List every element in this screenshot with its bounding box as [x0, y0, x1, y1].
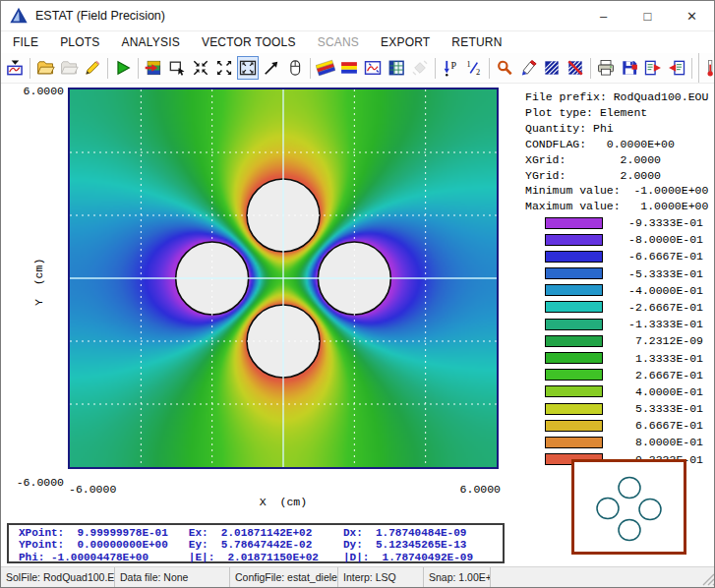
legend-row: 4.0000E-01 [545, 385, 703, 398]
thermometer-icon[interactable] [700, 56, 714, 80]
pan-view-icon[interactable] [261, 56, 282, 80]
export-next-icon[interactable] [642, 56, 664, 80]
svg-text:1: 1 [467, 60, 471, 69]
legend-swatch [545, 352, 603, 364]
legend-label: -1.3333E-01 [609, 318, 703, 330]
info-line: Minimum value: -1.0000E+00 [525, 183, 708, 199]
zoom-in-icon[interactable] [190, 56, 211, 80]
toolbar-separator [435, 58, 436, 79]
toolbar-separator [489, 58, 490, 79]
info-line: File prefix: RodQuad100.EOU [525, 89, 708, 105]
info-line: CONDFLAG: 0.0000E+00 [525, 137, 708, 152]
field-plot-frame [68, 88, 499, 469]
legend-label: 4.0000E-01 [609, 385, 703, 398]
status-segment: Data file: None [115, 567, 230, 587]
geometry-inset [571, 459, 686, 555]
status-bar: SolFile: RodQuad100.EOUData file: NoneCo… [1, 566, 715, 587]
legend-row: 1.3333E-01 [545, 352, 703, 365]
readout-row: XPoint: 9.99999978E-01Ex: 2.01871142E+02… [19, 527, 503, 539]
status-filler [491, 567, 715, 587]
y-axis-label: Y (cm) [32, 259, 45, 306]
svg-text:P: P [450, 60, 456, 71]
legend-swatch [545, 403, 603, 415]
plot-type-icon[interactable] [143, 56, 164, 80]
readout-row: YPoint: 0.00000000E+00Ey: 5.78647442E-02… [19, 539, 503, 551]
app-logo-icon [10, 7, 28, 25]
legend-row: -2.6667E-01 [545, 301, 703, 314]
toolbar-overflow [698, 53, 714, 83]
menu-scans: SCANS [307, 31, 370, 53]
legend-label: -5.3333E-01 [609, 267, 703, 280]
readout-value: YPoint: 0.00000000E+00 [19, 539, 189, 551]
legend-swatch [545, 319, 603, 330]
edit-script-icon[interactable] [82, 56, 103, 80]
legend-swatch [545, 369, 603, 381]
legend-swatch [545, 301, 603, 313]
legend-swatch [545, 385, 603, 397]
legend-label: 1.3333E-01 [609, 352, 703, 365]
run-analysis-icon[interactable] [112, 56, 134, 80]
legend-row: 2.6667E-01 [545, 369, 703, 382]
legend-swatch [545, 251, 603, 263]
menu-file[interactable]: FILE [2, 31, 49, 53]
print-plot-icon[interactable] [595, 56, 617, 80]
menu-vector-tools[interactable]: VECTOR TOOLS [191, 31, 307, 53]
svg-text:2: 2 [476, 68, 480, 77]
menu-export[interactable]: EXPORT [370, 31, 441, 53]
legend-row: 6.6667E-01 [545, 419, 703, 432]
menu-return[interactable]: RETURN [441, 31, 512, 53]
plot-window-icon[interactable] [4, 56, 26, 80]
menu-analysis[interactable]: ANALYSIS [111, 31, 191, 53]
field-canvas[interactable] [70, 89, 497, 467]
rod-outline-right [639, 500, 661, 520]
scan-line-icon[interactable] [494, 56, 515, 80]
export-prev-icon[interactable] [666, 56, 687, 80]
toolbar-separator [590, 58, 591, 79]
readout-row: Phi: -1.00004478E+00|E|: 2.01871150E+02|… [19, 552, 503, 563]
save-plot-icon[interactable] [619, 56, 640, 80]
region-unfill-icon[interactable] [565, 56, 586, 80]
number-format-icon[interactable]: 12 [463, 56, 485, 80]
legend-swatch [545, 420, 603, 432]
status-segment: Snap: 1.00E+00 [424, 567, 491, 587]
legend-row: 7.2312E-09 [545, 334, 703, 347]
y-axis-min-tick: -6.0000 [9, 476, 64, 489]
contour-style-flag-icon[interactable] [338, 56, 360, 80]
draw-annotation-icon[interactable] [517, 56, 539, 80]
minimize-button[interactable]: – [581, 1, 626, 30]
legend-row: -8.0000E-01 [545, 233, 703, 246]
mouse-snap-icon[interactable] [284, 56, 306, 80]
legend-row: 5.3333E-01 [545, 402, 703, 415]
window-title: ESTAT (Field Precision) [35, 9, 165, 23]
close-button[interactable]: ✕ [670, 1, 714, 30]
readout-value: Dx: 1.78740484E-09 [343, 527, 503, 539]
status-segment: SolFile: RodQuad100.EOU [1, 567, 115, 587]
readout-value: Ey: 5.78647442E-02 [189, 539, 343, 551]
point-probe-icon[interactable]: P [440, 56, 461, 80]
zoom-window-icon[interactable] [166, 56, 188, 80]
mesh-display-icon[interactable] [386, 56, 407, 80]
plot-limits-icon[interactable] [362, 56, 384, 80]
zoom-out-icon[interactable] [213, 56, 235, 80]
legend-swatch [545, 267, 603, 279]
status-segment: ConfigFile: estat_dielectric.cf [230, 567, 338, 587]
rod-outline-bottom [619, 520, 640, 541]
region-fill-icon[interactable] [541, 56, 563, 80]
estat-window: ESTAT (Field Precision) – □ ✕ FILEPLOTSA… [0, 0, 715, 588]
toolbar-separator [138, 58, 139, 79]
open-solution-file-icon[interactable] [34, 56, 56, 80]
legend-label: -6.6667E-01 [609, 250, 703, 263]
menu-plots[interactable]: PLOTS [49, 31, 110, 53]
x-axis-min-tick: -6.0000 [69, 483, 116, 496]
info-line: Quantity: Phi [525, 121, 708, 137]
legend-label: 8.0000E-01 [609, 436, 703, 448]
y-axis-max-tick: 6.0000 [13, 85, 64, 97]
plot-style-flag-icon[interactable] [315, 56, 336, 80]
menu-bar: FILEPLOTSANALYSISVECTOR TOOLSSCANSEXPORT… [1, 31, 714, 53]
color-legend: -9.3333E-01-8.0000E-01-6.6667E-01-5.3333… [545, 216, 703, 470]
legend-swatch [545, 335, 603, 347]
global-view-icon[interactable] [237, 56, 259, 80]
legend-swatch [545, 217, 603, 229]
maximize-button[interactable]: □ [626, 1, 670, 30]
toolbar-separator [310, 58, 311, 79]
